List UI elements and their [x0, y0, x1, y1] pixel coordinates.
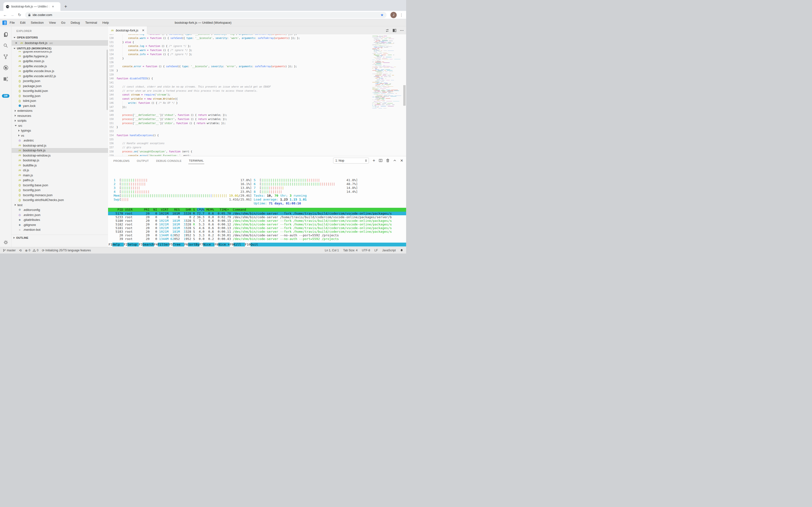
tree-item-gulpfile.vscode.win32.js[interactable]: JSgulpfile.vscode.win32.js [12, 73, 108, 78]
new-terminal-icon[interactable]: + [373, 158, 375, 163]
source-control-icon[interactable] [0, 51, 12, 62]
process-row[interactable]: 5183 root 20 0 1021M 181M 3328 S 4.0 0.6… [114, 230, 406, 233]
tree-item-main.js[interactable]: JSmain.js [12, 173, 108, 178]
fkey-f10[interactable]: F10 [245, 243, 250, 246]
tree-item-src[interactable]: src [12, 123, 108, 128]
menu-file[interactable]: File [10, 21, 15, 24]
language-mode[interactable]: JavaScript [382, 249, 396, 252]
open-editor-item[interactable]: ✕ JS bootstrap-fork.js src [12, 40, 108, 46]
telemetry-off-badge[interactable]: Off [2, 94, 9, 98]
tree-item-.eslintrc.json[interactable]: ◎.eslintrc.json [12, 212, 108, 218]
split-editor-icon[interactable] [392, 29, 396, 33]
panel-tab-debug-console[interactable]: DEBUG CONSOLE [156, 157, 182, 164]
tree-item-gulpfile.extensions.js[interactable]: JSgulpfile.extensions.js [12, 51, 108, 54]
notifications-bell-icon[interactable] [400, 249, 403, 252]
cursor-position[interactable]: Ln 1, Col 1 [325, 249, 339, 252]
tree-item-bootstrap-amd.js[interactable]: JSbootstrap-amd.js [12, 143, 108, 148]
bookmark-star-icon[interactable]: ★ [380, 13, 384, 17]
fkey-f7[interactable]: F7 [199, 243, 203, 246]
avatar[interactable]: J [390, 12, 397, 18]
process-row[interactable]: 5180 root 20 0 1021M 181M 3328 S 7.3 0.6… [114, 219, 406, 223]
tree-item-package.json[interactable]: {}package.json [12, 83, 108, 89]
panel-tab-terminal[interactable]: TERMINAL [188, 157, 204, 164]
settings-gear-icon[interactable] [0, 240, 12, 245]
tree-item-extensions[interactable]: extensions [12, 108, 108, 113]
tree-item-.gitattributes[interactable]: ◈.gitattributes [12, 218, 108, 223]
explorer-icon[interactable] [0, 29, 12, 40]
tree-item-gulpfile.vscode.linux.js[interactable]: JSgulpfile.vscode.linux.js [12, 69, 108, 74]
terminal-select[interactable]: 1: htop [333, 158, 369, 164]
outline-section[interactable]: OUTLINE [12, 235, 108, 240]
tree-item-tsconfig.strictNullChecks.json[interactable]: {}tsconfig.strictNullChecks.json [12, 198, 108, 203]
fkey-f1[interactable]: F1 [109, 243, 112, 246]
editor-tab-close-icon[interactable]: ✕ [142, 29, 144, 32]
tree-item-gulpfile.vscode.js[interactable]: JSgulpfile.vscode.js [12, 64, 108, 69]
menu-edit[interactable]: Edit [20, 21, 25, 24]
fkey-f8[interactable]: F8 [214, 243, 218, 246]
editor-scrollbar[interactable] [403, 85, 405, 106]
close-editor-icon[interactable]: ✕ [15, 41, 18, 45]
browser-menu-icon[interactable]: ⋮ [399, 13, 403, 17]
fkey-f9[interactable]: F9 [230, 243, 234, 246]
menu-go[interactable]: Go [61, 21, 65, 24]
process-row[interactable]: 5181 root 20 0 1021M 181M 3328 S 4.6 0.6… [114, 226, 406, 230]
tree-item-bootstrap-fork.js[interactable]: JSbootstrap-fork.js [12, 148, 108, 153]
sidebar-scrollbar[interactable] [107, 50, 108, 110]
process-row[interactable]: 5233 root 20 0 0 0 0 Z 36.3 0.0 0:02.79 … [114, 215, 406, 219]
tree-item-scripts[interactable]: scripts [12, 118, 108, 123]
workspace-section[interactable]: UNTITLED (WORKSPACE) [12, 46, 108, 51]
language-status[interactable]: ⟳ Initializing JS/TS language features [42, 249, 91, 252]
minimap[interactable] [371, 34, 399, 156]
menu-help[interactable]: Help [103, 21, 109, 24]
address-bar[interactable]: ide.coder.com ★ [25, 12, 386, 18]
tree-item-gulpfile.hygiene.js[interactable]: JSgulpfile.hygiene.js [12, 54, 108, 59]
tree-item-vs[interactable]: vs [12, 133, 108, 138]
search-icon[interactable] [0, 40, 12, 51]
menu-selection[interactable]: Selection [31, 21, 44, 24]
split-terminal-icon[interactable] [379, 159, 382, 162]
fkey-f2[interactable]: F2 [124, 243, 128, 246]
app-logo-icon[interactable] [2, 20, 7, 25]
tree-item-.editorconfig[interactable]: ⚙.editorconfig [12, 208, 108, 213]
fkey-f4[interactable]: F4 [154, 243, 158, 246]
tree-item-cli.js[interactable]: JScli.js [12, 168, 108, 173]
panel-tab-problems[interactable]: PROBLEMS [113, 157, 130, 164]
tree-item-bootstrap-window.js[interactable]: JSbootstrap-window.js [12, 153, 108, 158]
forward-icon[interactable]: → [9, 12, 15, 18]
tree-item-tsconfig.json[interactable]: {}tsconfig.json [12, 93, 108, 99]
tree-item-.gitignore[interactable]: ◈.gitignore [12, 222, 108, 227]
terminal-view[interactable]: 1 [|||||||||||||| 17.8%]2 [|||||||||||||… [108, 165, 406, 247]
tree-item-yarn.lock[interactable]: yarn.lock [12, 103, 108, 108]
process-row[interactable]: 39 root 20 0 1344M 62052 1952 S 0.0 0.2 … [114, 237, 406, 241]
debug-disabled-icon[interactable] [0, 62, 12, 73]
panel-tab-output[interactable]: OUTPUT [136, 157, 149, 164]
menu-view[interactable]: View [49, 21, 56, 24]
more-actions-icon[interactable]: ⋯ [400, 28, 404, 33]
encoding[interactable]: UTF-8 [362, 249, 370, 252]
tree-item-jsconfig.json[interactable]: {}jsconfig.json [12, 78, 108, 84]
close-panel-icon[interactable]: ✕ [400, 159, 403, 162]
eol[interactable]: LF [374, 249, 378, 252]
fkey-f3[interactable]: F3 [139, 243, 143, 246]
process-row[interactable]: 5182 root 20 0 1021M 181M 3328 R 5.3 0.6… [114, 223, 406, 226]
fkey-f6[interactable]: F6 [184, 243, 188, 246]
tree-item-test[interactable]: test [12, 203, 108, 208]
open-editors-section[interactable]: OPEN EDITORS [12, 35, 108, 40]
browser-tab[interactable]: bootstrap-fork.js — Untitled (W × [3, 2, 60, 11]
tree-item-.mention-bot[interactable]: ≡.mention-bot [12, 227, 108, 232]
tab-size[interactable]: Tab Size: 4 [343, 249, 358, 252]
sync-indicator[interactable]: ⟲ [19, 249, 22, 252]
fkey-f5[interactable]: F5 [169, 243, 173, 246]
tree-item-.eslintrc[interactable]: ◎.eslintrc [12, 138, 108, 143]
tree-item-typings[interactable]: typings [12, 128, 108, 133]
menu-debug[interactable]: Debug [71, 21, 80, 24]
menu-terminal[interactable]: Terminal [85, 21, 97, 24]
tree-item-tsconfig.json[interactable]: {}tsconfig.json [12, 188, 108, 193]
tree-item-tsconfig.base.json[interactable]: {}tsconfig.base.json [12, 183, 108, 188]
tree-item-bootstrap.js[interactable]: JSbootstrap.js [12, 158, 108, 163]
tree-item-tslint.json[interactable]: {}tslint.json [12, 99, 108, 104]
back-icon[interactable]: ← [2, 12, 8, 18]
tree-item-gulpfile.mixin.js[interactable]: JSgulpfile.mixin.js [12, 59, 108, 64]
process-row[interactable]: 20 root 20 0 1344M 62052 1952 S 3.3 0.2 … [114, 233, 406, 237]
code-editor[interactable]: 1291301311321331341351361371381391401411… [108, 34, 406, 156]
